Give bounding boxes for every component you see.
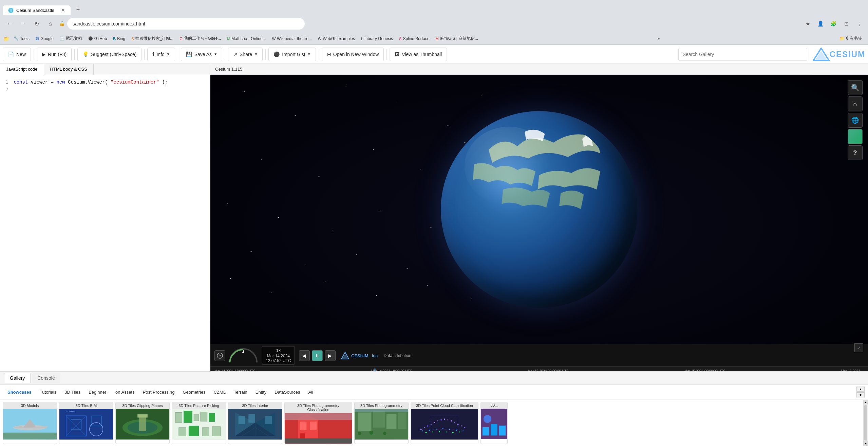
run-button[interactable]: ▶ Run (F8)	[37, 48, 72, 61]
back-button[interactable]: ←	[3, 18, 16, 30]
tab-javascript[interactable]: JavaScript code	[0, 64, 44, 75]
bookmark-bing[interactable]: BBing	[110, 35, 128, 42]
svg-rect-132	[499, 426, 506, 435]
svg-rect-68	[189, 426, 199, 436]
code-editor-tabs: JavaScript code HTML body & CSS	[0, 64, 210, 75]
gallery-item-photogrammetry[interactable]: 3D Tiles Photogrammetry	[354, 402, 409, 444]
bookmark-tools[interactable]: 🔧Tools	[11, 35, 32, 42]
gallery-scroll-up[interactable]: ▲	[856, 387, 865, 392]
bookmark-webgl[interactable]: WWebGL examples	[315, 35, 358, 42]
bookmark-sogou[interactable]: S搜狐微信搜索_订阅...	[129, 35, 176, 42]
timeline-controls: 1x Mar 14 2024 12:07:52 UTC ◀ ⏸ ▶	[210, 344, 868, 366]
bookmark-google[interactable]: GGoogle	[33, 35, 56, 42]
fullscreen-button[interactable]: ⤢	[854, 343, 863, 352]
thumb-title-3d-models: 3D Models	[3, 402, 57, 409]
category-tutorials[interactable]: Tutorials	[36, 388, 60, 396]
import-gist-button[interactable]: ⚫ Import Gist ▼	[268, 48, 316, 61]
category-post-processing[interactable]: Post Processing	[138, 388, 178, 396]
bookmark-github[interactable]: ⚫GitHub	[86, 35, 110, 42]
info-button[interactable]: ℹ Info ▼	[147, 48, 175, 61]
category-ion-assets[interactable]: ion Assets	[110, 388, 138, 396]
tab-switcher-button[interactable]: ⊡	[841, 18, 852, 29]
gallery-item-3d-models[interactable]: 3D Models	[3, 402, 57, 444]
gallery-scroll-down[interactable]: ▼	[856, 392, 865, 397]
thumb-img-next	[481, 409, 507, 439]
tab-console[interactable]: Console	[32, 373, 60, 383]
bookmark-tencent[interactable]: 📄腾讯文档	[57, 35, 85, 42]
gallery-item-clipping[interactable]: 3D Tiles Clipping Planes	[115, 402, 170, 444]
scroll-down-arrow[interactable]: ▼	[864, 441, 868, 446]
save-as-button[interactable]: 💾 Save As ▼	[181, 48, 222, 61]
view-thumbnail-button[interactable]: 🖼 View as Thumbnail	[390, 48, 447, 61]
search-location-button[interactable]: 🔍	[848, 80, 863, 95]
share-icon: ↗	[233, 51, 238, 57]
gallery-item-photogrammetry-class[interactable]: 3D Tiles Photogrammetry Classification	[284, 402, 352, 444]
gallery-item-feature-picking[interactable]: 3D Tiles Feature Picking	[172, 402, 226, 444]
address-bar[interactable]: sandcastle.cesium.com/index.html	[67, 18, 305, 30]
bookmark-folder-all[interactable]: 📁 所有书签	[837, 35, 865, 42]
svg-rect-92	[373, 411, 385, 428]
play-forward-button[interactable]: ▶	[325, 350, 336, 361]
category-3d-tiles[interactable]: 3D Tiles	[60, 388, 84, 396]
search-gallery-input[interactable]	[678, 48, 807, 61]
play-backward-button[interactable]: ◀	[299, 350, 310, 361]
forward-button[interactable]: →	[17, 18, 29, 30]
bookmark-gitee[interactable]: G我的工作台 - Gitee...	[177, 35, 224, 42]
cesium-globe-viewer[interactable]: 🔍 ⌂ 🌐 ?	[210, 75, 868, 371]
open-window-button[interactable]: ⊟ Open in New Window	[322, 48, 384, 61]
gallery-section: Gallery Console Showcases Tutorials 3D T…	[0, 371, 868, 446]
bookmark-wikipedia[interactable]: WWikipedia, the fre...	[269, 35, 315, 42]
tab-html-css[interactable]: HTML body & CSS	[44, 64, 94, 75]
scroll-thumb[interactable]	[864, 405, 867, 441]
tab-gallery[interactable]: Gallery	[4, 373, 31, 383]
gallery-item-bim[interactable]: 3D Tiles BIM 3D BIM	[59, 402, 113, 444]
info-dropdown-icon: ▼	[167, 52, 170, 56]
layers-button[interactable]	[848, 129, 863, 144]
code-editor-content[interactable]: 1 const viewer = new Cesium.Viewer( "ces…	[0, 75, 210, 371]
bookmark-star-button[interactable]: ★	[802, 18, 813, 29]
pause-button[interactable]: ⏸	[312, 350, 323, 361]
svg-point-117	[442, 428, 444, 429]
code-closing: );	[162, 79, 168, 85]
share-button[interactable]: ↗ Share ▼	[228, 48, 263, 61]
category-beginner[interactable]: Beginner	[84, 388, 110, 396]
menu-button[interactable]: ⋮	[854, 18, 865, 29]
clock-icon-button[interactable]	[214, 350, 225, 361]
gallery-item-next[interactable]: 3D...	[480, 402, 508, 444]
gallery-item-point-cloud[interactable]: 3D Tiles Point Cloud Classification	[411, 402, 478, 444]
category-terrain[interactable]: Terrain	[230, 388, 251, 396]
svg-rect-65	[201, 412, 207, 421]
thumb-title-photogrammetry: 3D Tiles Photogrammetry	[355, 402, 408, 409]
scroll-up-arrow[interactable]: ▲	[864, 400, 868, 405]
import-gist-label: Import Gist	[282, 52, 305, 57]
bookmark-mathcha[interactable]: MMathcha - Online...	[224, 35, 269, 42]
category-czml[interactable]: CZML	[210, 388, 230, 396]
tab-close-button[interactable]: ✕	[61, 7, 65, 13]
toolbar-separator-3	[144, 49, 145, 59]
bookmark-spline[interactable]: SSpline Surface	[396, 35, 432, 42]
new-tab-button[interactable]: +	[73, 4, 83, 15]
more-bookmarks-button[interactable]: »	[655, 35, 663, 42]
bookmark-mala[interactable]: M麻辣GIS | 麻辣地信...	[433, 35, 481, 42]
category-geometries[interactable]: Geometries	[178, 388, 209, 396]
thumb-img-feature-picking	[172, 409, 226, 440]
globe-view-button[interactable]: 🌐	[848, 113, 863, 128]
category-showcases[interactable]: Showcases	[3, 388, 36, 396]
help-button[interactable]: ?	[848, 145, 863, 160]
new-button[interactable]: 📄 New	[3, 48, 31, 61]
home-button[interactable]: ⌂	[44, 18, 56, 30]
profile-button[interactable]: 👤	[815, 18, 826, 29]
timeline-bar[interactable]: Mar 14 2024 12:00:00 UTC Mar 14 2024 18:…	[210, 366, 868, 371]
category-all[interactable]: All	[304, 388, 317, 396]
gallery-item-interior[interactable]: 3D Tiles Interior	[228, 402, 282, 444]
category-datasources[interactable]: DataSources	[270, 388, 304, 396]
suggest-button[interactable]: 💡 Suggest (Ctrl+Space)	[77, 48, 141, 61]
home-view-button[interactable]: ⌂	[848, 96, 863, 111]
refresh-button[interactable]: ↻	[31, 18, 43, 30]
category-entity[interactable]: Entity	[251, 388, 271, 396]
extensions-button[interactable]: 🧩	[828, 18, 839, 29]
thumb-title-photogrammetry-class: 3D Tiles Photogrammetry Classification	[285, 402, 352, 413]
bookmark-libgen[interactable]: LLibrary Genesis	[358, 35, 396, 42]
browser-tab-active[interactable]: 🌐 Cesium Sandcastle ✕	[3, 5, 71, 15]
svg-text:ion: ion	[372, 353, 378, 358]
